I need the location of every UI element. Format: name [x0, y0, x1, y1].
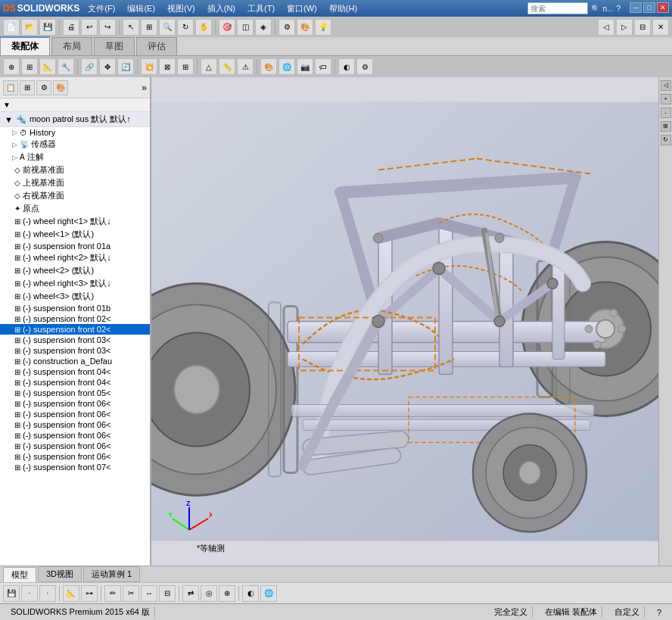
status-custom[interactable]: 自定义: [610, 606, 645, 618]
tree-item-susp_front06e[interactable]: ⊞(-) suspension front 06<: [0, 441, 150, 451]
project-btn[interactable]: ◎: [201, 585, 217, 602]
view-orient[interactable]: 🎯: [219, 19, 235, 36]
tree-root[interactable]: ▼ 🔩 moon patrol sus 默认 默认↑: [0, 112, 150, 127]
rp-btn1[interactable]: ◁: [661, 80, 671, 91]
tree-item-origin[interactable]: ✦原点: [0, 202, 150, 215]
dot-btn1[interactable]: ·: [21, 585, 38, 602]
rp-btn2[interactable]: +: [661, 94, 671, 104]
minimize-button[interactable]: ─: [630, 2, 642, 13]
save-button[interactable]: 💾: [39, 19, 56, 36]
zoom-in[interactable]: 🔍: [159, 19, 176, 36]
tab-evaluate[interactable]: 评估: [136, 37, 177, 55]
close-button[interactable]: ✕: [657, 2, 669, 13]
offset-btn[interactable]: ⊟: [159, 585, 176, 602]
tree-item-susp_front06a[interactable]: ⊞(-) suspension front 06<: [0, 398, 150, 409]
tree-item-wheel_right1[interactable]: ⊞(-) wheel right<1> 默认↓: [0, 215, 150, 228]
tree-item-susp_front01a[interactable]: ⊞(-) suspension front 01a: [0, 241, 150, 251]
menu-insert[interactable]: 插入(N): [204, 3, 239, 14]
camera-btn[interactable]: 📷: [297, 58, 313, 75]
status-help[interactable]: ?: [652, 608, 666, 617]
mate-btn[interactable]: 🔗: [81, 58, 98, 75]
open-button[interactable]: 📂: [21, 19, 38, 36]
dot-btn2[interactable]: ·: [39, 585, 56, 602]
assembly-features[interactable]: 🔧: [58, 58, 74, 75]
save-bottom-btn[interactable]: 💾: [3, 585, 20, 602]
undo-button[interactable]: ↩: [81, 19, 98, 36]
move-component[interactable]: ✥: [99, 58, 116, 75]
custom-mgr-btn[interactable]: 🎨: [53, 80, 68, 95]
rotate-view[interactable]: ↻: [177, 19, 194, 36]
display-style[interactable]: ◈: [255, 19, 272, 36]
explode-btn[interactable]: 💥: [141, 58, 157, 75]
window-options[interactable]: ⊟: [634, 19, 651, 36]
tab-layout[interactable]: 布局: [51, 37, 92, 55]
tree-item-susp_front04a[interactable]: ⊞(-) suspension front 04<: [0, 366, 150, 377]
redo-button[interactable]: ↪: [99, 19, 116, 36]
menu-window[interactable]: 窗口(W): [283, 3, 321, 14]
close-panel[interactable]: ✕: [652, 19, 669, 36]
rp-btn3[interactable]: -: [661, 107, 671, 118]
pattern-btn[interactable]: ⊞: [177, 58, 194, 75]
tree-item-susp_front03a[interactable]: ⊞(-) suspension front 03<: [0, 335, 150, 345]
decal-btn[interactable]: 🏷: [315, 58, 331, 75]
tree-item-susp_front06b[interactable]: ⊞(-) suspension front 06<: [0, 409, 150, 419]
tree-item-susp_front02b[interactable]: ⊞(-) suspension front 02<: [0, 324, 150, 335]
intersect-btn[interactable]: ⊕: [219, 585, 235, 602]
tab-sketch[interactable]: 草图: [94, 37, 135, 55]
viewport[interactable]: X Y Z *等轴测: [151, 77, 658, 565]
section-view[interactable]: ◫: [237, 19, 254, 36]
tree-item-wheel3[interactable]: ⊞(-) wheel<3> (默认): [0, 290, 150, 303]
feature-mgr-btn[interactable]: 📋: [3, 80, 18, 95]
tree-item-annotations[interactable]: ▷A注解: [0, 151, 150, 164]
tree-item-wheel_right2[interactable]: ⊞(-) wheel right<2> 默认↓: [0, 251, 150, 264]
relations-btn[interactable]: ⊶: [81, 585, 98, 602]
pan-view[interactable]: ✋: [195, 19, 212, 36]
tree-item-wheel2[interactable]: ⊞(-) wheel<2> (默认): [0, 264, 150, 277]
view-settings[interactable]: ⚙: [278, 19, 295, 36]
config-mgr-btn[interactable]: ⚙: [36, 80, 51, 95]
bottom-tab-motion[interactable]: 运动算例 1: [83, 566, 140, 582]
panel-expand-btn[interactable]: »: [142, 83, 147, 93]
tree-item-susp_front06d[interactable]: ⊞(-) suspension front 06<: [0, 430, 150, 441]
collapse-right-btn[interactable]: ▷: [616, 19, 633, 36]
tree-item-susp_front01b[interactable]: ⊞(-) suspension front 01b: [0, 303, 150, 313]
menu-file[interactable]: 文件(F): [84, 3, 119, 14]
tree-item-susp_front02a[interactable]: ⊞(-) suspension front 02<: [0, 313, 150, 324]
reference-geometry[interactable]: △: [201, 58, 217, 75]
maximize-button[interactable]: □: [643, 2, 655, 13]
bottom-tab-model[interactable]: 模型: [3, 567, 36, 582]
property-mgr-btn[interactable]: ⊞: [20, 80, 35, 95]
trim-btn[interactable]: ✂: [123, 585, 139, 602]
new-part[interactable]: 📐: [39, 58, 56, 75]
tree-item-wheel_right3[interactable]: ⊞(-) wheel right<3> 默认↓: [0, 277, 150, 290]
tree-item-history[interactable]: ▷⏱History: [0, 127, 150, 138]
print-button[interactable]: 🖨: [63, 19, 79, 36]
rp-btn4[interactable]: ⊞: [661, 121, 671, 132]
search-input[interactable]: [527, 2, 588, 14]
config-mgr[interactable]: ⚙: [356, 58, 373, 75]
convert-btn[interactable]: ⇄: [182, 585, 199, 602]
edit-appearance[interactable]: 🎨: [260, 58, 277, 75]
tree-item-susp_front04b[interactable]: ⊞(-) suspension front 04<: [0, 377, 150, 388]
extend-btn[interactable]: ↔: [141, 585, 157, 602]
smart-dim[interactable]: 📐: [63, 585, 79, 602]
feature-tree[interactable]: ▼ 🔩 moon patrol sus 默认 默认↑ ▷⏱History▷📡传感…: [0, 112, 150, 565]
rendering-btn[interactable]: 💡: [315, 19, 331, 36]
collapse-left-btn[interactable]: ◁: [598, 19, 614, 36]
tree-item-susp_front06f[interactable]: ⊞(-) suspension front 06<: [0, 451, 150, 462]
measure-tool[interactable]: 📏: [219, 58, 235, 75]
mirror-btn[interactable]: ⊠: [159, 58, 176, 75]
3d-sketch-btn[interactable]: ✏: [104, 585, 121, 602]
rp-btn5[interactable]: ↻: [661, 135, 671, 145]
new-button[interactable]: 📄: [3, 19, 20, 36]
interference-detect[interactable]: ⚠: [237, 58, 254, 75]
tree-item-top_plane[interactable]: ◇上视基准面: [0, 176, 150, 189]
tab-assembly[interactable]: 装配体: [0, 36, 50, 55]
tree-item-susp_front06c[interactable]: ⊞(-) suspension front 06<: [0, 419, 150, 430]
zoom-to-fit[interactable]: ⊞: [141, 19, 157, 36]
rotate-component[interactable]: 🔄: [117, 58, 134, 75]
select-button[interactable]: ↖: [123, 19, 139, 36]
menu-tools[interactable]: 工具(T): [244, 3, 278, 14]
menu-view[interactable]: 视图(V): [163, 3, 199, 14]
tree-item-right_plane[interactable]: ◇右视基准面: [0, 189, 150, 202]
